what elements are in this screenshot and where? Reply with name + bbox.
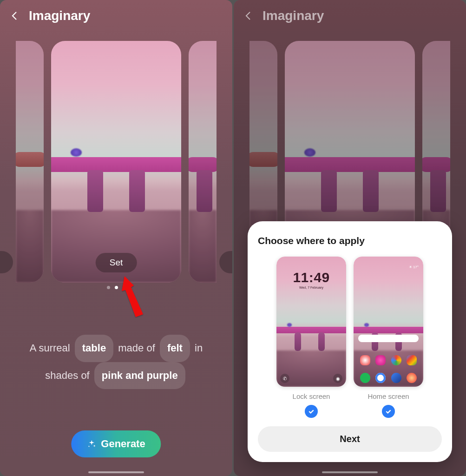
home-indicator-right <box>322 471 378 473</box>
prompt-chip-object[interactable]: table <box>75 335 113 362</box>
check-icon <box>308 408 315 415</box>
home-checkbox[interactable] <box>382 405 395 418</box>
option-lock-screen[interactable]: 11:49 Wed, 7 February ✆ ◉ Lock screen <box>276 257 346 418</box>
dot-1 <box>107 286 110 289</box>
svg-marker-0 <box>122 276 143 317</box>
page-title-left: Imaginary <box>29 8 90 23</box>
weather-widget: ☀ 17° <box>409 265 419 269</box>
prompt-chip-material[interactable]: felt <box>160 335 190 362</box>
prompt-seg-2: made of <box>118 342 155 354</box>
camera-icon: ◉ <box>333 374 342 383</box>
wallpaper-card-next[interactable] <box>189 41 217 283</box>
home-label: Home screen <box>354 392 423 400</box>
app-icon <box>391 355 401 365</box>
set-button[interactable]: Set <box>96 253 137 272</box>
phone-app-icon <box>360 373 370 383</box>
prompt-seg-1: A surreal <box>30 342 70 354</box>
check-icon <box>385 408 392 415</box>
back-icon[interactable] <box>9 10 20 21</box>
sparkle-icon <box>87 439 96 449</box>
lock-checkbox[interactable] <box>305 405 318 418</box>
header-right: Imaginary <box>243 8 324 23</box>
header: Imaginary <box>9 8 90 23</box>
lock-date: Wed, 7 February <box>276 286 346 289</box>
apply-options: 11:49 Wed, 7 February ✆ ◉ Lock screen ☀ <box>258 257 442 418</box>
app-icon <box>407 355 417 365</box>
panel-apply-dialog: Imaginary Choose where to apply 11:49 We… <box>234 0 466 476</box>
wallpaper-card-current[interactable]: Set <box>51 41 181 283</box>
home-indicator-left <box>88 471 144 473</box>
next-button[interactable]: Next <box>258 426 442 452</box>
generate-label: Generate <box>101 438 145 450</box>
back-icon[interactable] <box>243 10 254 21</box>
browser-app-icon <box>391 373 401 383</box>
modal-title: Choose where to apply <box>258 235 442 246</box>
lock-label: Lock screen <box>276 392 346 400</box>
dot-2 <box>115 286 118 289</box>
option-home-screen[interactable]: ☀ 17° Home screen <box>354 257 423 418</box>
wallpaper-carousel[interactable]: Set <box>0 40 232 284</box>
lock-time: 11:49 <box>276 270 346 285</box>
home-apps-row <box>357 355 420 365</box>
prompt-seg-3: in <box>195 342 203 354</box>
app-icon <box>375 355 386 365</box>
prompt-chip-color[interactable]: pink and purple <box>94 362 185 390</box>
home-dock <box>357 373 420 383</box>
page-title-right: Imaginary <box>263 8 324 23</box>
lock-screen-preview: 11:49 Wed, 7 February ✆ ◉ <box>276 257 346 387</box>
search-bar-preview <box>358 335 419 342</box>
camera-app-icon <box>407 373 417 383</box>
phone-icon: ✆ <box>280 374 289 383</box>
wallpaper-card-prev[interactable] <box>16 41 44 283</box>
prompt-text: A surreal table made of felt in shades o… <box>9 335 223 389</box>
app-icon <box>360 355 370 365</box>
panel-preview: Imaginary Set <box>0 0 232 476</box>
home-screen-preview: ☀ 17° <box>354 257 423 387</box>
generate-button[interactable]: Generate <box>71 430 161 457</box>
prompt-seg-4: shades of <box>45 370 89 381</box>
page-dots <box>0 286 232 289</box>
messages-app-icon <box>375 373 386 383</box>
apply-modal: Choose where to apply 11:49 Wed, 7 Febru… <box>248 221 452 462</box>
lock-clock: 11:49 Wed, 7 February <box>276 270 346 289</box>
annotation-arrow-icon <box>122 274 154 321</box>
